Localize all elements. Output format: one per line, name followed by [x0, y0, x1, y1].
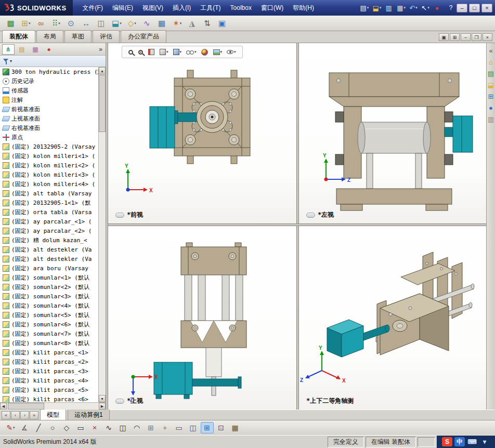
tree-item[interactable]: 右视基准面 [0, 123, 98, 133]
tab-nav-button[interactable]: ‹ [11, 411, 20, 419]
tree-item[interactable]: (固定) kilit parcas_<4> [0, 376, 98, 385]
four-viewport-icon[interactable]: ⊞ [201, 422, 214, 433]
tree-item[interactable]: (固定) somunlar<8> (默认 [0, 338, 98, 348]
command-tab[interactable]: 评估 [93, 30, 120, 43]
propertymanager-tab[interactable]: ▤ [16, 44, 28, 55]
custom-properties-icon[interactable]: ▥ [488, 116, 494, 123]
command-tab[interactable]: 布局 [36, 30, 63, 43]
tree-item[interactable]: (固定) somunlar<7> (默认 [0, 329, 98, 338]
view-palette-icon[interactable]: ⊞ [488, 93, 494, 100]
snaps-icon[interactable]: + [159, 422, 172, 433]
menu-item[interactable]: 文件(F) [78, 0, 108, 16]
tree-horizontal-scrollbar[interactable]: ◀ ▶ [0, 402, 106, 410]
open-document-icon[interactable]: ⬓▾ [371, 3, 382, 13]
design-library-icon[interactable]: ▤ [488, 70, 494, 77]
polygon-icon[interactable]: ◇ [60, 422, 73, 433]
scroll-down-button[interactable]: ▼ [99, 395, 106, 402]
tree-root-item[interactable]: 300 ton hydraulic press (默 [0, 67, 98, 76]
zoom-area-icon[interactable] [138, 50, 144, 55]
help-button[interactable]: ? [447, 4, 455, 11]
take-snapshot-icon[interactable]: ▣ [216, 17, 229, 30]
status-sphere-icon[interactable]: ● [432, 3, 442, 13]
interference-detection-icon[interactable]: ◮ [186, 17, 199, 30]
spline-icon[interactable]: ∿ [102, 422, 115, 433]
smart-fasteners-icon[interactable]: ⊙ [64, 17, 78, 30]
tree-item[interactable]: (固定) 糟 dolum kazan_< [0, 235, 98, 245]
move-component-icon[interactable]: ↔ [80, 17, 93, 30]
apply-scene-icon[interactable]: ▾ [213, 49, 223, 55]
command-tab[interactable]: 装配体 [2, 30, 35, 43]
bill-of-materials-icon[interactable]: ▦ [155, 17, 169, 30]
ime-toolbar-icon[interactable]: ▾ [479, 437, 490, 446]
design-table-icon[interactable]: ▦ [229, 422, 242, 433]
mirror-entities-icon[interactable]: ◫ [116, 422, 129, 433]
tree-item[interactable]: (固定) alt tabla (Varsay [0, 189, 98, 198]
tree-item[interactable]: (固定) kolon milleri<3> ( [0, 170, 98, 179]
scroll-thumb[interactable] [99, 75, 106, 132]
show-hidden-components-icon[interactable]: ◫ [95, 17, 108, 30]
tree-item[interactable]: 历史记录 [0, 76, 98, 86]
tree-item[interactable]: (固定) 20132905-2 (Varsay [0, 142, 98, 151]
viewport-splitter-vertical[interactable] [296, 43, 299, 410]
taskpane-expand-icon[interactable]: « [489, 47, 492, 54]
viewport-front[interactable]: Y X *前视 [108, 43, 296, 223]
line-icon[interactable]: ╱ [32, 422, 45, 433]
single-viewport-icon[interactable]: ▭ [173, 422, 186, 433]
rectangle-icon[interactable]: ▭ [74, 422, 87, 433]
previous-window-icon[interactable]: ▣ [439, 33, 449, 41]
save-icon[interactable]: ▥ [384, 3, 394, 13]
tree-item[interactable]: 前视基准面 [0, 104, 98, 114]
mate-icon[interactable]: ∞ [34, 17, 48, 30]
tree-item[interactable]: (固定) somunlar<2> (默认 [0, 282, 98, 292]
tree-item[interactable]: (固定) somunlar<6> (默认 [0, 320, 98, 329]
appearances-scenes-icon[interactable]: ● [489, 104, 493, 111]
tree-item[interactable]: (固定) kilit parcas_<2> [0, 357, 98, 366]
manager-overflow-chevron[interactable]: » [99, 46, 103, 53]
tree-item[interactable]: (固定) ay parcalar_<1> ( [0, 217, 98, 226]
tree-item[interactable]: (固定) kilit parcas_<1> [0, 348, 98, 357]
sketch-icon[interactable]: ✎▾ [4, 422, 17, 433]
tree-item[interactable]: (固定) alt destekler (Va [0, 245, 98, 254]
tile-windows-icon[interactable]: ⊞ [450, 33, 460, 41]
tree-item[interactable]: (固定) kilit parcas_<6> [0, 394, 98, 402]
reference-geometry-icon[interactable]: ◇▾ [125, 17, 139, 30]
tree-item[interactable]: (固定) somunlar<1> (默认 [0, 273, 98, 282]
viewport-top[interactable]: X Z *上视 [108, 226, 296, 410]
viewport-splitter-horizontal[interactable] [108, 223, 486, 226]
menu-item[interactable]: 帮助(H) [288, 0, 319, 16]
command-tab[interactable]: 办公室产品 [121, 30, 166, 43]
scroll-left-button[interactable]: ◀ [0, 403, 7, 410]
tree-item[interactable]: (固定) orta tabla (Varsa [0, 207, 98, 217]
insert-components-icon[interactable]: ⊞▾ [19, 17, 33, 30]
filter-dropdown-arrow[interactable]: ▾ [10, 59, 12, 63]
solidworks-resources-icon[interactable]: ⌂ [489, 59, 493, 65]
menu-item[interactable]: 视图(V) [138, 0, 168, 16]
linear-component-pattern-icon[interactable]: ⠿▾ [49, 17, 63, 30]
two-viewport-icon[interactable]: ◫ [187, 422, 200, 433]
zoom-fit-icon[interactable] [128, 50, 134, 55]
view-settings-icon[interactable]: ▾ [227, 50, 236, 54]
command-tab[interactable]: 草图 [64, 30, 92, 43]
tree-item[interactable]: (固定) alt destekler (Va [0, 254, 98, 263]
close-doc-icon[interactable]: × [483, 33, 492, 41]
scroll-right-button[interactable]: ▶ [99, 403, 106, 410]
tree-item[interactable]: (固定) 20132905-1<1> (默 [0, 198, 98, 207]
menu-item[interactable]: 编辑(E) [108, 0, 138, 16]
tree-item[interactable]: (固定) kilit parcas_<3> [0, 366, 98, 376]
file-explorer-icon[interactable]: ⬓ [488, 82, 494, 88]
new-document-icon[interactable]: ▤▾ [359, 3, 370, 13]
edit-component-icon[interactable]: ▩ [4, 17, 18, 30]
print-icon[interactable]: ▦▾ [396, 3, 407, 13]
scroll-thumb-horizontal[interactable] [8, 403, 44, 410]
minimize-button[interactable]: – [457, 4, 467, 12]
ime-keyboard-icon[interactable]: ⌨ [467, 437, 477, 446]
menu-item[interactable]: Toolbox [226, 0, 256, 16]
menu-item[interactable]: 工具(T) [196, 0, 225, 16]
tree-item[interactable]: (固定) kilit parcas_<5> [0, 385, 98, 394]
ime-language-icon[interactable]: 中 [454, 437, 465, 446]
restore-doc-icon[interactable]: ❐ [472, 33, 481, 41]
menu-item[interactable]: 窗口(W) [256, 0, 288, 16]
view-orientation-icon[interactable]: ▾ [160, 49, 168, 55]
minimize-doc-icon[interactable]: – [461, 33, 471, 41]
edit-appearance-icon[interactable] [201, 49, 209, 56]
